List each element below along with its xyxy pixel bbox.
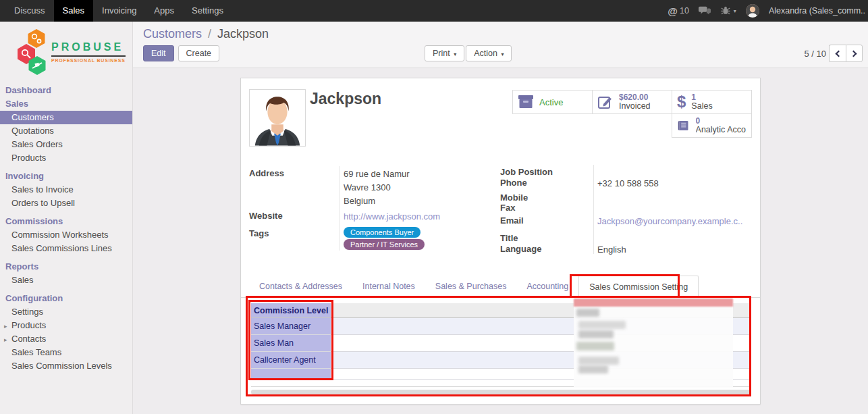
- redacted-value: [578, 330, 614, 338]
- pager-next-button[interactable]: [846, 45, 863, 62]
- chevron-right-icon: ▸: [4, 335, 7, 344]
- sidebar-item-settings[interactable]: Settings: [0, 305, 132, 319]
- redacted-value: [578, 321, 626, 329]
- tab-accounting[interactable]: Accounting: [516, 276, 578, 297]
- tags-label: Tags: [249, 228, 269, 238]
- breadcrumb-customers[interactable]: Customers: [143, 27, 202, 41]
- commission-level-cell: Sales Man: [251, 335, 331, 351]
- phone-value: +32 10 588 558: [597, 178, 659, 188]
- app-window: Discuss Sales Invoicing Apps Settings @ …: [0, 0, 868, 414]
- redacted-value: [578, 365, 608, 373]
- sales-stat-button[interactable]: $ 1 Sales: [672, 90, 752, 114]
- dollar-icon: $: [677, 94, 686, 110]
- redacted-value: [578, 357, 619, 365]
- fax-label: Fax: [500, 203, 515, 213]
- menu-apps[interactable]: Apps: [145, 0, 183, 22]
- user-avatar[interactable]: [746, 4, 759, 18]
- tab-sales-purchases[interactable]: Sales & Purchases: [425, 276, 517, 297]
- address-city: Wavre 1300: [344, 182, 391, 192]
- sidebar-item-sales-teams[interactable]: Sales Teams: [0, 346, 132, 359]
- sidebar-item-sales-commissions-lines[interactable]: Sales Commissions Lines: [0, 242, 132, 255]
- tab-sales-commission-setting[interactable]: Sales Commission Setting: [578, 276, 699, 298]
- sidebar-item-customers[interactable]: Customers: [0, 111, 132, 124]
- analytic-accounts-stat-button[interactable]: 0 Analytic Acco...: [672, 113, 752, 138]
- field-separator: [593, 165, 594, 254]
- edit-button[interactable]: Edit: [143, 45, 174, 61]
- website-label: Website: [249, 211, 283, 221]
- control-panel: Customers / Jackpson Edit Create Print ▾…: [133, 22, 868, 68]
- breadcrumb-separator: /: [205, 27, 214, 41]
- address-label: Address: [249, 168, 284, 178]
- action-button[interactable]: Action ▾: [466, 45, 512, 61]
- website-link[interactable]: http://www.jackpson.com: [344, 211, 440, 222]
- invoiced-stat-button[interactable]: $620.00 Invoiced: [592, 90, 672, 114]
- chevron-left-icon: [836, 50, 842, 57]
- menu-discuss[interactable]: Discuss: [5, 0, 54, 22]
- archive-icon: [518, 95, 534, 109]
- debug-menu[interactable]: ▾: [720, 5, 736, 16]
- commission-level-header: Commission Level: [251, 303, 331, 317]
- caret-down-icon: ▾: [734, 8, 736, 14]
- print-button[interactable]: Print ▾: [425, 45, 464, 61]
- sidebar-section-configuration[interactable]: Configuration: [0, 292, 132, 305]
- action-label: Action: [474, 49, 497, 58]
- sidebar-item-config-contacts[interactable]: ▸ Contacts: [0, 332, 132, 346]
- partner-photo[interactable]: [249, 89, 306, 147]
- caret-down-icon: ▾: [454, 51, 456, 57]
- sidebar-section-sales[interactable]: Sales: [0, 97, 132, 111]
- brand-logo: PROBUSE PROFESSIONAL BUSINESS: [0, 22, 132, 76]
- tab-internal-notes[interactable]: Internal Notes: [352, 276, 425, 297]
- create-button[interactable]: Create: [178, 45, 220, 61]
- address-country: Belgium: [344, 196, 375, 206]
- sidebar-item-config-products[interactable]: ▸ Products: [0, 319, 132, 332]
- chevron-right-icon: ▸: [4, 321, 7, 331]
- brand-name: PROBUSE: [51, 41, 126, 53]
- horizontal-scrollbar[interactable]: [251, 390, 751, 394]
- partner-form-sheet: Jackpson Active $620.00 Invoiced $ 1 Sal…: [240, 78, 761, 405]
- mention-count: 10: [680, 6, 689, 16]
- commission-level-cell: Callcenter Agent: [251, 352, 331, 368]
- chevron-right-icon: [850, 50, 857, 57]
- tab-contacts-addresses[interactable]: Contacts & Addresses: [249, 276, 352, 297]
- redacted-value: [576, 342, 614, 351]
- pager-previous-button[interactable]: [829, 45, 846, 62]
- sidebar-item-commission-worksheets[interactable]: Commission Worksheets: [0, 228, 132, 242]
- sidebar-section-invoicing[interactable]: Invoicing: [0, 170, 132, 183]
- email-link[interactable]: Jackpson@yourcompany.example.c..: [597, 216, 742, 226]
- partner-name: Jackpson: [310, 90, 381, 108]
- user-name[interactable]: Alexandra (Sales_comm..: [769, 6, 865, 16]
- analytic-label: Analytic Acco...: [696, 126, 747, 134]
- sidebar-item-dashboard[interactable]: Dashboard: [0, 84, 132, 97]
- sales-label: Sales: [691, 102, 712, 111]
- language-value: English: [597, 244, 626, 255]
- brand-tagline: PROFESSIONAL BUSINESS: [51, 55, 126, 63]
- active-status-label: Active: [539, 97, 563, 107]
- redacted-header: [574, 299, 733, 307]
- sidebar-item-quotations[interactable]: Quotations: [0, 124, 132, 138]
- active-stat-button[interactable]: Active: [512, 90, 593, 114]
- sidebar: PROBUSE PROFESSIONAL BUSINESS Dashboard …: [0, 22, 133, 414]
- sidebar-section-commissions[interactable]: Commissions: [0, 215, 132, 228]
- menu-settings[interactable]: Settings: [183, 0, 232, 22]
- edit-invoice-icon: [597, 95, 614, 109]
- sidebar-item-sales-orders[interactable]: Sales Orders: [0, 138, 132, 151]
- tag-components-buyer: Components Buyer: [344, 227, 421, 238]
- address-street: 69 rue de Namur: [344, 169, 410, 179]
- tag-partner-it-services: Partner / IT Services: [344, 239, 425, 250]
- commission-level-empty-cell: [251, 369, 331, 379]
- mention-counter[interactable]: @ 10: [668, 5, 689, 17]
- sidebar-item-products[interactable]: Products: [0, 151, 132, 165]
- sidebar-item-orders-to-upsell[interactable]: Orders to Upsell: [0, 197, 132, 210]
- sidebar-item-sales-to-invoice[interactable]: Sales to Invoice: [0, 183, 132, 197]
- sidebar-nav: Dashboard Sales Customers Quotations Sal…: [0, 76, 132, 373]
- email-label: Email: [500, 215, 524, 226]
- sidebar-item-sales-commission-levels[interactable]: Sales Commission Levels: [0, 359, 132, 373]
- sidebar-item-label: Products: [11, 320, 46, 330]
- menu-sales[interactable]: Sales: [54, 0, 94, 22]
- mobile-label: Mobile: [500, 192, 528, 203]
- menu-invoicing[interactable]: Invoicing: [93, 0, 145, 22]
- sidebar-section-reports[interactable]: Reports: [0, 260, 132, 274]
- sidebar-item-reports-sales[interactable]: Sales: [0, 274, 132, 287]
- redacted-value: [576, 309, 599, 317]
- chat-icon[interactable]: [699, 5, 711, 16]
